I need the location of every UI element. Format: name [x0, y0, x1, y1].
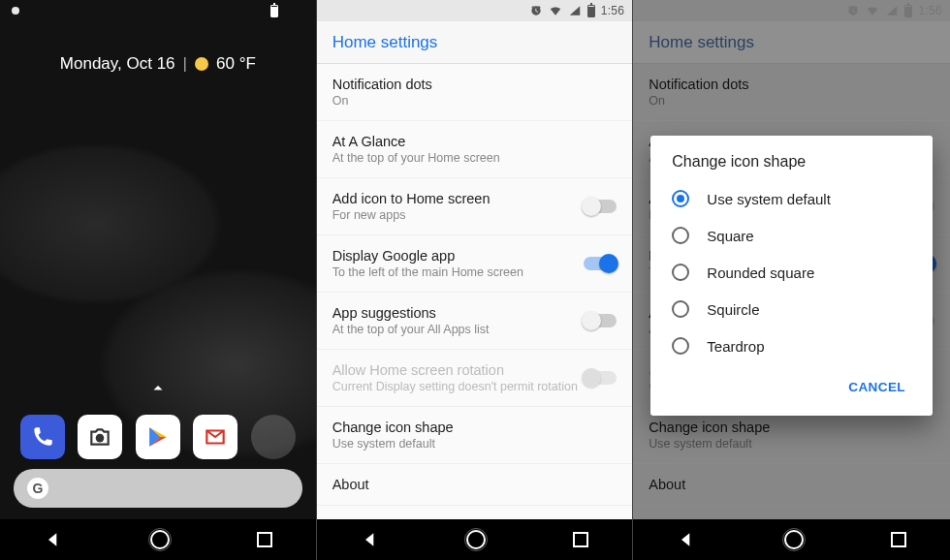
app-folder[interactable]	[251, 415, 296, 459]
radio-icon	[672, 227, 689, 244]
google-g-icon: G	[27, 478, 48, 499]
navigation-bar	[633, 519, 950, 560]
settings-list[interactable]: Notification dotsOn At A GlanceAt the to…	[317, 64, 633, 560]
nav-recents-button[interactable]	[891, 532, 906, 547]
phone-settings: 1:56 Home settings Notification dotsOn A…	[317, 0, 634, 560]
toggle-app-suggestions[interactable]	[584, 314, 617, 327]
wifi-icon	[549, 4, 562, 17]
item-about[interactable]: About	[317, 464, 633, 506]
glance-separator: |	[183, 54, 187, 74]
option-rounded-square[interactable]: Rounded square	[654, 254, 929, 291]
toggle-google-app[interactable]	[584, 257, 617, 270]
google-search-bar[interactable]: G	[14, 469, 302, 508]
dialog-cancel-button[interactable]: CANCEL	[839, 372, 915, 402]
navigation-bar	[0, 519, 316, 560]
navigation-bar	[317, 519, 633, 560]
battery-icon	[270, 5, 278, 17]
radio-icon	[672, 190, 689, 207]
item-at-a-glance[interactable]: At A GlanceAt the top of your Home scree…	[317, 121, 633, 178]
item-add-icon[interactable]: Add icon to Home screenFor new apps	[317, 178, 633, 235]
settings-header: Home settings	[317, 21, 633, 64]
nav-home-button[interactable]	[784, 530, 804, 549]
signal-icon	[568, 4, 582, 17]
nav-back-button[interactable]	[44, 530, 63, 549]
option-square[interactable]: Square	[654, 217, 929, 254]
phone-dialog: 1:56 Home settings Notification dotsOn A…	[633, 0, 950, 560]
icon-shape-dialog: Change icon shape Use system default Squ…	[650, 136, 933, 416]
nav-home-button[interactable]	[150, 530, 170, 549]
phone-home: 1:56 Monday, Oct 16 | 60 °F	[0, 0, 317, 560]
option-squircle[interactable]: Squircle	[654, 291, 929, 327]
item-icon-shape[interactable]: Change icon shapeUse system default	[317, 407, 633, 464]
app-drawer-handle[interactable]	[149, 380, 167, 401]
notification-dot-icon	[12, 7, 19, 15]
glance-date: Monday, Oct 16	[60, 54, 175, 74]
weather-sun-icon	[195, 57, 208, 71]
battery-icon	[587, 5, 595, 17]
app-phone[interactable]	[20, 415, 65, 459]
app-play-store[interactable]	[136, 415, 180, 459]
settings-screen: 1:56 Home settings Notification dotsOn A…	[317, 0, 633, 560]
radio-icon	[672, 300, 689, 318]
nav-back-button[interactable]	[677, 530, 696, 549]
item-google-app[interactable]: Display Google appTo the left of the mai…	[317, 235, 633, 293]
nav-home-button[interactable]	[466, 530, 486, 549]
item-rotation: Allow Home screen rotationCurrent Displa…	[317, 350, 633, 407]
radio-icon	[672, 264, 689, 281]
at-a-glance-widget[interactable]: Monday, Oct 16 | 60 °F	[0, 54, 316, 74]
toggle-rotation	[584, 371, 617, 385]
status-bar: 1:56	[317, 0, 633, 21]
status-time: 1:56	[601, 4, 625, 17]
nav-recents-button[interactable]	[257, 532, 272, 547]
radio-icon	[672, 337, 689, 355]
toggle-add-icon[interactable]	[584, 200, 617, 213]
alarm-icon	[529, 4, 543, 17]
item-app-suggestions[interactable]: App suggestionsAt the top of your All Ap…	[317, 293, 633, 350]
item-notification-dots[interactable]: Notification dotsOn	[317, 64, 633, 121]
nav-back-button[interactable]	[361, 530, 380, 549]
option-system-default[interactable]: Use system default	[654, 180, 929, 217]
app-gmail[interactable]	[193, 415, 238, 459]
glance-temp: 60 °F	[216, 54, 256, 74]
option-teardrop[interactable]: Teardrop	[654, 327, 929, 364]
app-camera[interactable]	[78, 415, 122, 459]
nav-recents-button[interactable]	[573, 532, 588, 547]
dialog-title: Change icon shape	[654, 153, 929, 180]
dock	[0, 415, 316, 459]
svg-point-0	[96, 434, 105, 443]
